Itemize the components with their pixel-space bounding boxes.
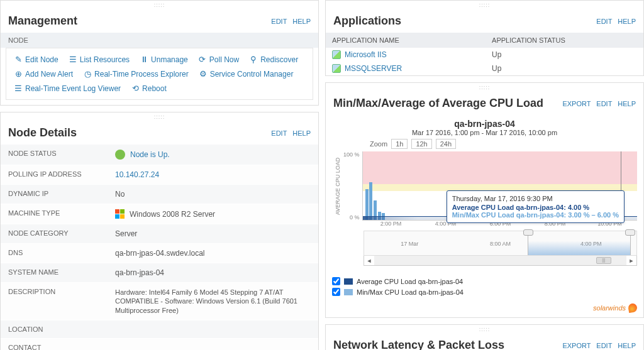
pause-icon: ⏸ — [140, 55, 148, 64]
dns-key: DNS — [1, 244, 108, 263]
rt-process-button[interactable]: ◷Real-Time Process Explorer — [83, 69, 189, 79]
navigator-scrollbar[interactable]: ◄ ||| ► — [364, 256, 637, 266]
apps-help-link[interactable]: HELP — [618, 18, 636, 25]
unmanage-button[interactable]: ⏸Unmanage — [140, 55, 188, 64]
tooltip-time: Thursday, Mar 17, 2016 9:30 PM — [452, 195, 619, 202]
reboot-button[interactable]: ⟲Reboot — [131, 84, 167, 93]
scroll-right-button[interactable]: ► — [626, 258, 636, 264]
chart-navigator[interactable]: 17 Mar 8:00 AM 4:00 PM — [364, 231, 637, 256]
description-key: DESCRIPTION — [1, 283, 108, 320]
nav-tick: 17 Mar — [364, 241, 455, 247]
y-tick: 0 % — [343, 214, 360, 221]
add-alert-button[interactable]: ⊕Add New Alert — [14, 69, 73, 79]
gauge-icon: ◷ — [83, 69, 92, 79]
legend-minmax-checkbox[interactable] — [332, 288, 340, 296]
legend-swatch-light — [344, 289, 353, 295]
node-status-val: Node is Up. — [130, 150, 170, 159]
node-status-key: NODE STATUS — [1, 145, 108, 165]
apps-col-name: APPLICATION NAME — [332, 36, 492, 44]
machine-type-key: MACHINE TYPE — [1, 204, 108, 224]
scroll-track[interactable]: ||| — [374, 256, 626, 265]
mgmt-help-link[interactable]: HELP — [292, 18, 311, 25]
app-name-link[interactable]: MSSQLSERVER — [345, 64, 402, 73]
poll-now-button[interactable]: ⟳Poll Now — [198, 55, 239, 64]
contact-key: CONTACT — [1, 339, 108, 350]
y-tick: 100 % — [343, 151, 360, 158]
drag-handle[interactable]: ::::: — [326, 1, 643, 9]
app-row: Microsoft IIS Up — [326, 48, 643, 62]
applications-panel: ::::: Applications EDIT HELP APPLICATION… — [325, 0, 644, 76]
search-icon: ⚲ — [249, 55, 258, 64]
apps-col-status: APPLICATION STATUS — [492, 36, 637, 44]
chart-title: qa-brn-jpas-04 — [332, 119, 637, 129]
drag-handle[interactable]: ::::: — [1, 112, 318, 121]
windows-icon — [115, 209, 125, 219]
flame-icon — [628, 303, 638, 313]
zoom-label: Zoom — [370, 140, 387, 148]
legend-avg-toggle[interactable]: Average CPU Load qa-brn-jpas-04 — [332, 277, 637, 285]
cpu-edit-link[interactable]: EDIT — [596, 100, 612, 107]
drag-handle[interactable]: ::::: — [1, 1, 318, 9]
cpu-chart: qa-brn-jpas-04 Mar 17 2016, 1:00 pm - Ma… — [326, 115, 643, 272]
mgmt-edit-link[interactable]: EDIT — [271, 18, 287, 25]
dynamic-ip-key: DYNAMIC IP — [1, 185, 108, 204]
log-icon: ☰ — [14, 84, 23, 93]
scroll-left-button[interactable]: ◄ — [364, 258, 374, 264]
polling-ip-val[interactable]: 10.140.27.24 — [108, 165, 318, 184]
cpu-help-link[interactable]: HELP — [618, 100, 636, 107]
polling-ip-key: POLLING IP ADDRESS — [1, 165, 108, 184]
power-icon: ⟲ — [131, 84, 140, 93]
service-control-button[interactable]: ⚙Service Control Manager — [199, 69, 294, 79]
zoom-1h-button[interactable]: 1h — [391, 139, 408, 149]
chart-bar — [365, 189, 369, 220]
scroll-thumb[interactable]: ||| — [596, 257, 611, 264]
zoom-24h-button[interactable]: 24h — [436, 139, 456, 149]
network-latency-panel: ::::: Network Latency & Packet Loss EXPO… — [325, 324, 644, 350]
chart-subtitle: Mar 17 2016, 1:00 pm - Mar 17 2016, 10:0… — [332, 129, 637, 136]
app-row: MSSQLSERVER Up — [326, 62, 643, 75]
location-key: LOCATION — [1, 320, 108, 338]
threshold-critical-band — [363, 151, 637, 184]
machine-type-val: Windows 2008 R2 Server — [130, 210, 215, 219]
app-status-icon — [332, 64, 341, 73]
x-tick: 2:00 PM — [364, 221, 418, 227]
rediscover-button[interactable]: ⚲Rediscover — [249, 55, 298, 64]
node-details-panel: ::::: Node Details EDIT HELP NODE STATUS… — [0, 112, 319, 350]
net-help-link[interactable]: HELP — [618, 342, 636, 349]
rt-event-log-button[interactable]: ☰Real-Time Event Log Viewer — [14, 84, 121, 93]
drag-handle[interactable]: ::::: — [326, 83, 643, 92]
management-panel: ::::: Management EDIT HELP NODE ✎Edit No… — [0, 0, 319, 106]
zoom-12h-button[interactable]: 12h — [411, 139, 431, 149]
details-help-link[interactable]: HELP — [292, 129, 311, 137]
navigator-handle-left[interactable] — [523, 229, 533, 236]
net-edit-link[interactable]: EDIT — [596, 342, 612, 349]
legend-avg-checkbox[interactable] — [332, 277, 340, 285]
chart-bar — [369, 182, 372, 220]
pencil-icon: ✎ — [14, 55, 23, 64]
legend-minmax-toggle[interactable]: Min/Max CPU Load qa-brn-jpas-04 — [332, 288, 637, 296]
list-resources-button[interactable]: ☰List Resources — [69, 55, 130, 64]
app-name-link[interactable]: Microsoft IIS — [345, 50, 387, 59]
net-export-link[interactable]: EXPORT — [562, 342, 591, 349]
cpu-export-link[interactable]: EXPORT — [562, 100, 591, 107]
dynamic-ip-val: No — [108, 185, 318, 204]
apps-edit-link[interactable]: EDIT — [596, 18, 612, 25]
legend-swatch-dark — [344, 278, 353, 285]
chart-legend: Average CPU Load qa-brn-jpas-04 Min/Max … — [326, 272, 643, 304]
location-val — [108, 320, 318, 338]
management-title: Management — [8, 14, 271, 28]
node-category-key: NODE CATEGORY — [1, 224, 108, 243]
navigator-handle-right[interactable] — [625, 229, 635, 236]
node-details-table: NODE STATUSNode is Up. POLLING IP ADDRES… — [1, 145, 318, 350]
details-edit-link[interactable]: EDIT — [271, 129, 287, 137]
applications-title: Applications — [333, 14, 596, 28]
edit-node-button[interactable]: ✎Edit Node — [14, 55, 58, 64]
navigator-selection[interactable] — [528, 231, 631, 255]
management-toolbar: ✎Edit Node ☰List Resources ⏸Unmanage ⟳Po… — [6, 48, 313, 100]
y-axis-label: AVERAGE CPU LOAD — [332, 151, 343, 221]
apps-header-row: APPLICATION NAME APPLICATION STATUS — [326, 33, 643, 48]
system-name-key: SYSTEM NAME — [1, 263, 108, 282]
network-latency-title: Network Latency & Packet Loss — [333, 339, 562, 350]
list-icon: ☰ — [69, 55, 77, 64]
drag-handle[interactable]: ::::: — [326, 325, 643, 334]
